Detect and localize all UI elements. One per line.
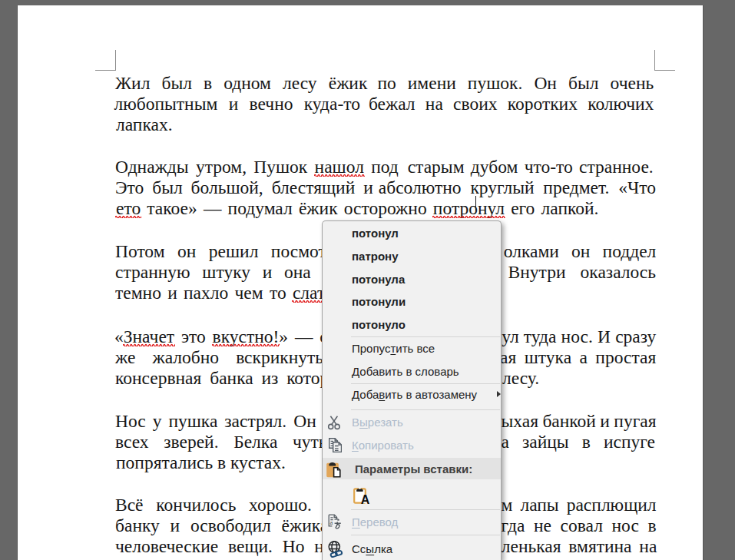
svg-text:a: a xyxy=(330,519,333,526)
svg-text:A: A xyxy=(361,493,370,505)
